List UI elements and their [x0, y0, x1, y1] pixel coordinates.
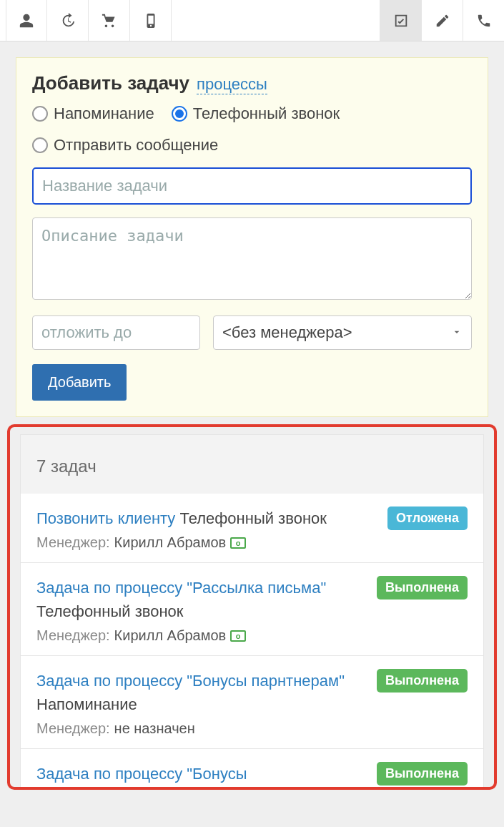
task-description-input[interactable] — [32, 217, 472, 300]
task-body: Позвонить клиенту Телефонный звонок Мене… — [36, 507, 379, 551]
manager-name: Кирилл Абрамов — [114, 627, 227, 644]
processes-link[interactable]: процессы — [197, 75, 267, 94]
status-badge: Выполнена — [377, 669, 468, 693]
task-body: Задача по процессу "Бонусы — [36, 762, 368, 786]
task-count-header: 7 задач — [20, 434, 484, 494]
top-toolbar — [0, 0, 504, 41]
toolbar-right — [380, 0, 504, 41]
task-link[interactable]: Позвонить клиенту — [36, 509, 175, 527]
toolbar-left — [6, 0, 172, 41]
mobile-icon[interactable] — [130, 0, 172, 41]
manager-label: Менеджер: — [36, 720, 110, 737]
task-row[interactable]: Задача по процессу "Бонусы Выполнена — [20, 749, 484, 787]
radio-option-phone-call[interactable]: Телефонный звонок — [172, 104, 340, 123]
task-type: Телефонный звонок — [179, 509, 326, 527]
manager-name: Кирилл Абрамов — [114, 534, 227, 551]
status-badge: Отложена — [387, 507, 468, 530]
task-title: Позвонить клиенту Телефонный звонок — [36, 507, 379, 530]
task-title: Задача по процессу "Рассылка письма" Тел… — [36, 576, 368, 623]
radio-label: Напоминание — [54, 104, 154, 123]
task-type-radio-group: Напоминание Телефонный звонок Отправить … — [32, 104, 472, 155]
task-name-input[interactable] — [32, 167, 472, 205]
task-link[interactable]: Задача по процессу "Бонусы — [36, 765, 247, 783]
task-title: Задача по процессу "Бонусы — [36, 762, 368, 786]
task-list-highlighted: 7 задач Позвонить клиенту Телефонный зво… — [7, 424, 497, 790]
task-row[interactable]: Позвонить клиенту Телефонный звонок Мене… — [20, 494, 484, 563]
task-type: Напоминание — [36, 695, 137, 713]
user-icon[interactable] — [6, 0, 47, 41]
manager-label: Менеджер: — [36, 534, 110, 551]
task-meta: Менеджер: Кирилл Абрамов o — [36, 627, 368, 644]
add-button[interactable]: Добавить — [32, 364, 127, 401]
status-badge: Выполнена — [377, 576, 468, 600]
status-badge: Выполнена — [377, 762, 468, 786]
radio-option-reminder[interactable]: Напоминание — [32, 104, 154, 123]
pencil-icon[interactable] — [421, 0, 463, 41]
task-row[interactable]: Задача по процессу "Бонусы парнтнерам" Н… — [20, 656, 484, 749]
form-panel-wrap: Добавить задачу процессы Напоминание Тел… — [0, 41, 504, 424]
radio-label: Телефонный звонок — [193, 104, 340, 123]
task-type: Телефонный звонок — [36, 602, 183, 620]
task-meta: Менеджер: Кирилл Абрамов o — [36, 534, 379, 551]
task-body: Задача по процессу "Бонусы парнтнерам" Н… — [36, 669, 368, 737]
manager-label: Менеджер: — [36, 627, 110, 644]
cart-icon[interactable] — [89, 0, 130, 41]
radio-label: Отправить сообщение — [54, 136, 218, 155]
manager-select[interactable]: <без менеджера> — [213, 315, 472, 350]
form-title-row: Добавить задачу процессы — [32, 72, 472, 94]
money-icon: o — [230, 630, 246, 642]
manager-select-value: <без менеджера> — [222, 323, 352, 342]
add-task-panel: Добавить задачу процессы Напоминание Тел… — [16, 57, 488, 417]
task-meta: Менеджер: не назначен — [36, 720, 368, 737]
radio-icon — [32, 106, 48, 122]
radio-icon — [172, 106, 187, 122]
task-row[interactable]: Задача по процессу "Рассылка письма" Тел… — [20, 563, 484, 656]
radio-icon — [32, 137, 48, 153]
task-link[interactable]: Задача по процессу "Рассылка письма" — [36, 579, 326, 597]
history-icon[interactable] — [47, 0, 89, 41]
form-title: Добавить задачу — [32, 72, 189, 94]
money-icon: o — [230, 537, 246, 549]
task-title: Задача по процессу "Бонусы парнтнерам" Н… — [36, 669, 368, 716]
form-row-postpone-manager: <без менеджера> — [32, 315, 472, 350]
radio-option-send-message[interactable]: Отправить сообщение — [32, 136, 218, 155]
chevron-down-icon — [451, 323, 463, 342]
task-link[interactable]: Задача по процессу "Бонусы парнтнерам" — [36, 672, 345, 690]
task-body: Задача по процессу "Рассылка письма" Тел… — [36, 576, 368, 644]
phone-icon[interactable] — [463, 0, 504, 41]
check-icon[interactable] — [380, 0, 421, 41]
postpone-until-input[interactable] — [32, 315, 200, 350]
manager-name: не назначен — [114, 720, 195, 737]
